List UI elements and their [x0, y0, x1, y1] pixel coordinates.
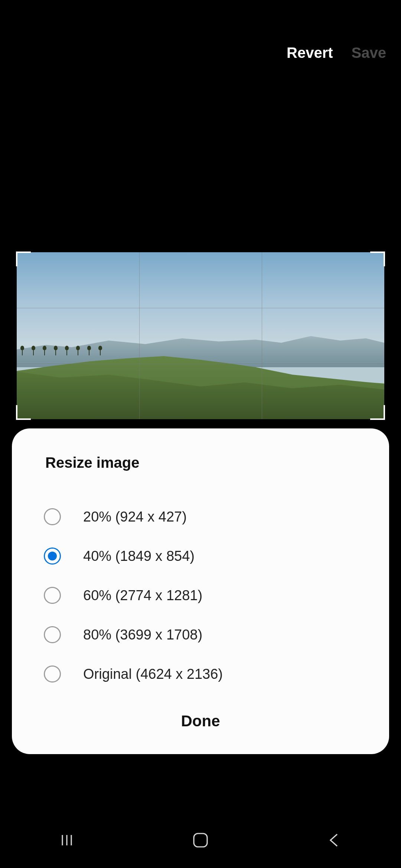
- resize-option-original[interactable]: Original (4624 x 2136): [34, 654, 367, 694]
- top-action-bar: Revert Save: [287, 45, 386, 61]
- recents-icon: [59, 832, 75, 848]
- image-crop-canvas[interactable]: [17, 252, 384, 419]
- dialog-title: Resize image: [45, 454, 356, 471]
- crop-handle-top-left[interactable]: [16, 251, 31, 266]
- nav-back-button[interactable]: [319, 825, 349, 855]
- radio-icon: [44, 665, 61, 683]
- resize-option-60[interactable]: 60% (2774 x 1281): [34, 576, 367, 615]
- nav-recents-button[interactable]: [52, 825, 82, 855]
- resize-option-20[interactable]: 20% (924 x 427): [34, 497, 367, 536]
- resize-image-dialog: Resize image 20% (924 x 427) 40% (1849 x…: [12, 428, 389, 754]
- system-navigation-bar: [0, 812, 401, 868]
- resize-option-label: 40% (1849 x 854): [83, 548, 195, 564]
- resize-option-label: 60% (2774 x 1281): [83, 588, 202, 604]
- done-button[interactable]: Done: [34, 694, 367, 734]
- resize-option-80[interactable]: 80% (3699 x 1708): [34, 615, 367, 654]
- back-icon: [326, 832, 342, 848]
- resize-option-40[interactable]: 40% (1849 x 854): [34, 536, 367, 576]
- nav-home-button[interactable]: [186, 825, 215, 855]
- resize-options-list: 20% (924 x 427) 40% (1849 x 854) 60% (27…: [34, 497, 367, 694]
- crop-handle-bottom-right[interactable]: [370, 405, 385, 420]
- home-icon: [191, 831, 210, 850]
- resize-option-label: 20% (924 x 427): [83, 509, 187, 525]
- crop-handle-bottom-left[interactable]: [16, 405, 31, 420]
- radio-icon: [44, 587, 61, 604]
- radio-icon: [44, 508, 61, 525]
- revert-button[interactable]: Revert: [287, 45, 333, 61]
- crop-handle-top-right[interactable]: [370, 251, 385, 266]
- resize-option-label: Original (4624 x 2136): [83, 666, 223, 682]
- edited-image: [17, 252, 384, 419]
- radio-icon: [44, 626, 61, 643]
- resize-option-label: 80% (3699 x 1708): [83, 627, 202, 643]
- save-button[interactable]: Save: [352, 45, 386, 61]
- radio-icon: [44, 548, 61, 565]
- svg-rect-3: [194, 834, 207, 847]
